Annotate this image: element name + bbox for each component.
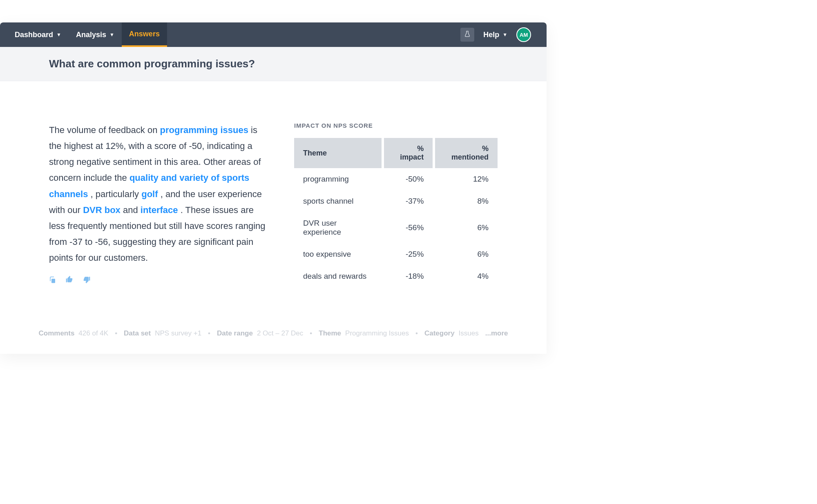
top-nav: Dashboard ▼ Analysis ▼ Answers	[0, 22, 547, 47]
feedback-toolbar	[49, 274, 270, 289]
meta-category-value: Issues	[459, 329, 479, 337]
link-dvr-box[interactable]: DVR box	[83, 205, 121, 215]
meta-theme-value: Programming Issues	[345, 329, 409, 337]
answer-text: The volume of feedback on	[49, 125, 160, 135]
meta-daterange-label: Date range	[217, 329, 253, 337]
meta-row: Comments 426 of 4K • Data set NPS survey…	[0, 317, 547, 354]
nav-dashboard[interactable]: Dashboard ▼	[7, 22, 69, 47]
nav-analysis[interactable]: Analysis ▼	[69, 22, 122, 47]
nav-dashboard-label: Dashboard	[15, 31, 53, 39]
cell-theme: sports channel	[294, 190, 382, 212]
copy-button[interactable]	[49, 274, 56, 289]
table-row[interactable]: programming -50% 12%	[294, 168, 498, 190]
meta-category-label: Category	[424, 329, 455, 337]
impact-table: Theme % impact % mentioned programming -…	[294, 138, 498, 287]
cell-mentioned: 6%	[433, 212, 498, 243]
table-row[interactable]: DVR user experience -56% 6%	[294, 212, 498, 243]
meta-theme-label: Theme	[319, 329, 341, 337]
thumbs-down-button[interactable]	[83, 274, 91, 289]
thumbs-up-button[interactable]	[65, 274, 74, 289]
help-label: Help	[483, 31, 499, 39]
cell-impact: -56%	[382, 212, 433, 243]
chevron-down-icon: ▼	[109, 32, 114, 38]
meta-daterange-value: 2 Oct – 27 Dec	[257, 329, 303, 337]
avatar-initials: AM	[520, 32, 528, 38]
link-programming-issues[interactable]: programming issues	[160, 125, 248, 135]
page-title: What are common programming issues?	[49, 58, 498, 70]
nav-right: Help ▼ AM ▼	[460, 22, 539, 47]
cell-mentioned: 6%	[433, 243, 498, 265]
cell-theme: DVR user experience	[294, 212, 382, 243]
separator-dot: •	[307, 329, 315, 337]
answer-paragraph: The volume of feedback on programming is…	[49, 122, 270, 266]
table-row[interactable]: sports channel -37% 8%	[294, 190, 498, 212]
content: The volume of feedback on programming is…	[0, 81, 547, 317]
separator-dot: •	[205, 329, 213, 337]
panel-title: IMPACT ON NPS SCORE	[294, 122, 498, 129]
cell-mentioned: 12%	[433, 168, 498, 190]
svg-rect-1	[51, 279, 55, 283]
cell-theme: programming	[294, 168, 382, 190]
answer-text: and	[123, 205, 141, 215]
meta-dataset-value: NPS survey +1	[155, 329, 201, 337]
nav-answers-label: Answers	[129, 30, 160, 38]
thumbs-up-icon	[65, 275, 74, 284]
col-mentioned: % mentioned	[433, 138, 498, 168]
table-header-row: Theme % impact % mentioned	[294, 138, 498, 168]
separator-dot: •	[112, 329, 120, 337]
answer-body: The volume of feedback on programming is…	[49, 122, 270, 289]
cell-impact: -25%	[382, 243, 433, 265]
beaker-icon	[464, 31, 471, 39]
impact-panel: IMPACT ON NPS SCORE Theme % impact % men…	[294, 122, 498, 287]
nav-answers[interactable]: Answers	[122, 22, 167, 47]
col-impact: % impact	[382, 138, 433, 168]
meta-more-link[interactable]: ...more	[485, 329, 508, 337]
col-theme: Theme	[294, 138, 382, 168]
avatar: AM	[516, 27, 531, 42]
nav-left: Dashboard ▼ Analysis ▼ Answers	[7, 22, 167, 47]
cell-theme: too expensive	[294, 243, 382, 265]
thumbs-down-icon	[83, 275, 91, 284]
cell-mentioned: 8%	[433, 190, 498, 212]
cell-mentioned: 4%	[433, 265, 498, 287]
cell-impact: -50%	[382, 168, 433, 190]
cell-theme: deals and rewards	[294, 265, 382, 287]
meta-comments-label: Comments	[39, 329, 75, 337]
table-row[interactable]: deals and rewards -18% 4%	[294, 265, 498, 287]
chevron-down-icon: ▼	[534, 32, 539, 38]
chevron-down-icon: ▼	[502, 32, 507, 38]
meta-comments-value: 426 of 4K	[78, 329, 108, 337]
copy-icon	[49, 276, 56, 284]
experiments-button[interactable]	[460, 28, 474, 42]
page-header: What are common programming issues?	[0, 47, 547, 81]
link-golf[interactable]: golf	[141, 189, 158, 199]
table-row[interactable]: too expensive -25% 6%	[294, 243, 498, 265]
meta-dataset-label: Data set	[124, 329, 151, 337]
user-menu[interactable]: AM ▼	[516, 27, 539, 42]
cell-impact: -37%	[382, 190, 433, 212]
separator-dot: •	[413, 329, 420, 337]
chevron-down-icon: ▼	[56, 32, 61, 38]
cell-impact: -18%	[382, 265, 433, 287]
link-interface[interactable]: interface	[141, 205, 178, 215]
help-menu[interactable]: Help ▼	[483, 31, 507, 39]
nav-analysis-label: Analysis	[76, 31, 106, 39]
answer-text: , particularly	[91, 189, 142, 199]
